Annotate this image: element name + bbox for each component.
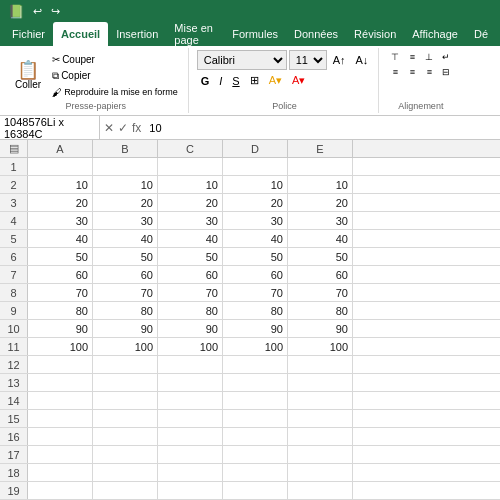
sheet-cell[interactable] [28, 374, 93, 391]
sheet-cell[interactable]: 10 [223, 176, 288, 193]
redo-button[interactable]: ↪ [48, 4, 63, 19]
merge-button[interactable]: ⊟ [438, 65, 454, 79]
format-painter-button[interactable]: 🖌 Reproduire la mise en forme [48, 85, 182, 100]
sheet-cell[interactable] [288, 410, 353, 427]
sheet-cell[interactable]: 30 [288, 212, 353, 229]
right-align-button[interactable]: ≡ [421, 65, 437, 79]
sheet-cell[interactable] [223, 374, 288, 391]
underline-button[interactable]: S [228, 73, 243, 89]
sheet-cell[interactable]: 10 [93, 176, 158, 193]
sheet-cell[interactable]: 60 [28, 266, 93, 283]
sheet-cell[interactable]: 40 [288, 230, 353, 247]
sheet-cell[interactable] [223, 410, 288, 427]
name-box[interactable]: 1048576Li x 16384C [0, 116, 100, 139]
tab-formules[interactable]: Formules [224, 22, 286, 46]
sheet-cell[interactable] [223, 158, 288, 175]
sheet-cell[interactable]: 90 [288, 320, 353, 337]
sheet-cell[interactable]: 20 [158, 194, 223, 211]
sheet-cell[interactable] [288, 356, 353, 373]
sheet-cell[interactable] [158, 356, 223, 373]
sheet-cell[interactable] [93, 446, 158, 463]
formula-input[interactable] [145, 122, 500, 134]
sheet-cell[interactable] [93, 482, 158, 499]
sheet-cell[interactable] [93, 356, 158, 373]
copier-button[interactable]: ⧉ Copier [48, 68, 182, 84]
sheet-cell[interactable]: 10 [28, 176, 93, 193]
italic-button[interactable]: I [215, 73, 226, 89]
sheet-cell[interactable]: 10 [158, 176, 223, 193]
sheet-cell[interactable]: 90 [223, 320, 288, 337]
left-align-button[interactable]: ≡ [387, 65, 403, 79]
sheet-cell[interactable] [93, 428, 158, 445]
middle-align-button[interactable]: ≡ [404, 50, 420, 64]
sheet-cell[interactable]: 30 [158, 212, 223, 229]
fill-color-button[interactable]: A▾ [265, 72, 286, 89]
sheet-cell[interactable] [28, 428, 93, 445]
sheet-cell[interactable]: 30 [223, 212, 288, 229]
sheet-cell[interactable] [93, 392, 158, 409]
col-header-e[interactable]: E [288, 140, 353, 157]
sheet-cell[interactable]: 40 [28, 230, 93, 247]
sheet-cell[interactable]: 40 [158, 230, 223, 247]
border-button[interactable]: ⊞ [246, 72, 263, 89]
sheet-cell[interactable]: 40 [223, 230, 288, 247]
sheet-cell[interactable]: 50 [93, 248, 158, 265]
sheet-cell[interactable] [93, 374, 158, 391]
sheet-cell[interactable]: 70 [28, 284, 93, 301]
sheet-cell[interactable]: 90 [158, 320, 223, 337]
tab-dé[interactable]: Dé [466, 22, 496, 46]
col-header-a[interactable]: A [28, 140, 93, 157]
sheet-cell[interactable]: 50 [288, 248, 353, 265]
sheet-cell[interactable] [223, 356, 288, 373]
cancel-icon[interactable]: ✕ [104, 121, 114, 135]
sheet-cell[interactable]: 20 [93, 194, 158, 211]
top-align-button[interactable]: ⊤ [387, 50, 403, 64]
sheet-cell[interactable] [158, 428, 223, 445]
tab-données[interactable]: Données [286, 22, 346, 46]
sheet-cell[interactable]: 80 [93, 302, 158, 319]
sheet-cell[interactable] [158, 158, 223, 175]
sheet-cell[interactable]: 80 [288, 302, 353, 319]
sheet-cell[interactable]: 30 [93, 212, 158, 229]
sheet-cell[interactable]: 50 [223, 248, 288, 265]
sheet-cell[interactable] [288, 158, 353, 175]
sheet-cell[interactable] [93, 158, 158, 175]
sheet-cell[interactable] [223, 446, 288, 463]
sheet-cell[interactable]: 90 [28, 320, 93, 337]
sheet-cell[interactable] [288, 482, 353, 499]
fx-icon[interactable]: fx [132, 121, 141, 135]
tab-mise en page[interactable]: Mise en page [166, 22, 224, 46]
sheet-cell[interactable] [28, 482, 93, 499]
sheet-cell[interactable]: 90 [93, 320, 158, 337]
tab-révision[interactable]: Révision [346, 22, 404, 46]
sheet-cell[interactable] [28, 392, 93, 409]
sheet-cell[interactable]: 100 [93, 338, 158, 355]
sheet-cell[interactable]: 70 [288, 284, 353, 301]
col-header-c[interactable]: C [158, 140, 223, 157]
coller-button[interactable]: 📋 Coller [10, 58, 46, 93]
sheet-cell[interactable]: 100 [288, 338, 353, 355]
sheet-cell[interactable] [223, 392, 288, 409]
sheet-cell[interactable] [223, 428, 288, 445]
wrap-text-button[interactable]: ↵ [438, 50, 454, 64]
sheet-cell[interactable]: 50 [28, 248, 93, 265]
sheet-cell[interactable] [93, 410, 158, 427]
font-name-select[interactable]: Calibri [197, 50, 287, 70]
sheet-cell[interactable]: 70 [158, 284, 223, 301]
sheet-cell[interactable] [288, 446, 353, 463]
tab-fichier[interactable]: Fichier [4, 22, 53, 46]
sheet-cell[interactable] [223, 464, 288, 481]
increase-font-button[interactable]: A↑ [329, 52, 350, 68]
sheet-cell[interactable]: 10 [288, 176, 353, 193]
sheet-cell[interactable]: 60 [288, 266, 353, 283]
font-color-button[interactable]: A▾ [288, 72, 309, 89]
sheet-cell[interactable] [158, 464, 223, 481]
sheet-cell[interactable]: 20 [288, 194, 353, 211]
sheet-cell[interactable] [158, 392, 223, 409]
sheet-cell[interactable]: 20 [28, 194, 93, 211]
sheet-cell[interactable] [158, 482, 223, 499]
sheet-cell[interactable] [158, 374, 223, 391]
sheet-cell[interactable] [223, 482, 288, 499]
col-header-b[interactable]: B [93, 140, 158, 157]
sheet-cell[interactable]: 50 [158, 248, 223, 265]
